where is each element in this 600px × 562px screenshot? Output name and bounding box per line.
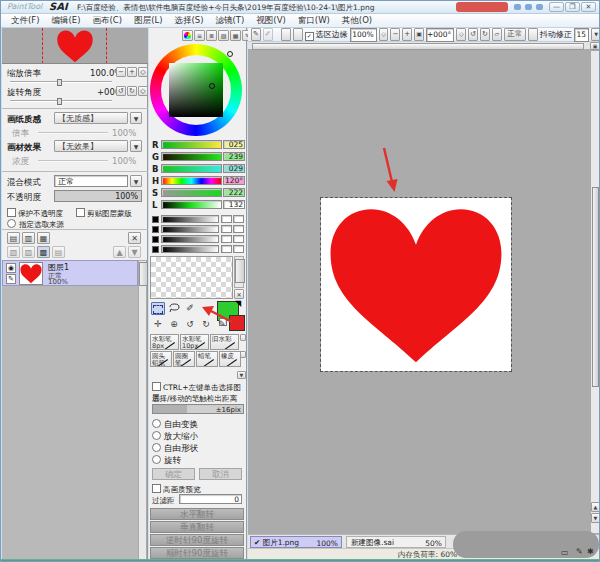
menu-layer[interactable]: 图层(L) xyxy=(128,15,168,27)
canvas-image[interactable] xyxy=(321,198,511,371)
hsv-sliders-tab-button[interactable]: ≣ xyxy=(206,30,217,41)
detect-distance-slider[interactable]: ±16pix xyxy=(152,404,244,414)
brush-panel-mini-button[interactable] xyxy=(240,334,246,341)
stabilizer-value-select[interactable]: 15 xyxy=(574,28,589,42)
b-slider[interactable] xyxy=(161,164,222,173)
h-slider[interactable] xyxy=(161,176,222,185)
canvas-vscrollbar[interactable]: ▼ ▲ xyxy=(590,50,600,534)
menu-select[interactable]: 选择(S) xyxy=(169,15,210,27)
clipping-mask-checkbox[interactable]: 剪贴图层蒙版 xyxy=(76,208,132,219)
filter-distance-input[interactable]: 0 xyxy=(179,494,242,504)
custom-slider-4-box2[interactable] xyxy=(233,245,244,253)
clear-layer-button[interactable]: ▩ xyxy=(37,246,50,258)
zoom-reset-button[interactable]: ◇ xyxy=(379,28,389,41)
close-button[interactable]: ✕ xyxy=(581,2,596,12)
layer-up-button[interactable]: ▲ xyxy=(113,246,126,258)
b-value[interactable]: 029 xyxy=(223,164,245,173)
custom-slider-1-box2[interactable] xyxy=(233,215,244,223)
custom-slider-1-box[interactable] xyxy=(221,215,232,223)
menu-file[interactable]: 文件(F) xyxy=(5,15,46,27)
swatches-tab-button[interactable]: ▦ xyxy=(230,30,241,41)
scrollbar-thumb[interactable] xyxy=(235,259,245,283)
custom-slider-3-box2[interactable] xyxy=(233,235,244,243)
eyedropper-tool[interactable]: ✎ xyxy=(215,318,229,331)
zoom-in-button[interactable]: + xyxy=(127,67,137,77)
material-effect-select[interactable]: 【无效果】 xyxy=(54,140,128,152)
canvas-zoom-input[interactable]: 100% xyxy=(350,28,377,42)
custom-slider-color-chip[interactable] xyxy=(152,216,159,223)
paper-texture-dropdown-button[interactable]: ▼ xyxy=(130,112,142,124)
layer-opacity-slider[interactable]: 100% xyxy=(54,190,142,202)
hue-ring-marker[interactable] xyxy=(227,51,233,57)
custom-slider-color-chip[interactable] xyxy=(152,236,159,243)
brush-old-watercolor[interactable]: 旧水彩 xyxy=(210,334,239,350)
g-value[interactable]: 239 xyxy=(223,152,245,161)
l-value[interactable]: 132 xyxy=(223,200,245,209)
canvas-hscrollbar[interactable] xyxy=(248,42,590,50)
rotate-90-cw-button[interactable]: 顺时针90度旋转 xyxy=(150,547,244,559)
secondary-color-swatch[interactable] xyxy=(229,315,245,331)
transform-mode-free-radio[interactable]: 自由变换 xyxy=(152,419,198,431)
zoom-out-button[interactable]: − xyxy=(390,28,400,41)
menu-others[interactable]: 其他(O) xyxy=(336,15,378,27)
custom-slider-2-box[interactable] xyxy=(221,225,232,233)
menu-edit[interactable]: 编辑(E) xyxy=(46,15,87,27)
scroll-down-button[interactable]: ▼ xyxy=(591,513,600,523)
minimize-button[interactable]: — xyxy=(549,2,564,12)
flip-horizontal-button[interactable]: 水平翻转 xyxy=(150,508,244,520)
layer-visibility-toggle[interactable]: ◉ xyxy=(6,263,16,273)
color-wheel-tab-button[interactable] xyxy=(182,30,193,41)
brush-watercolor-8px[interactable]: 水彩笔 8px xyxy=(150,334,179,350)
brush-round-pencil[interactable]: 圆头 铅笔 xyxy=(150,351,172,367)
new-lineart-layer-button[interactable]: ▥ xyxy=(22,232,35,244)
scratchpad-scrollbar[interactable] xyxy=(234,256,244,288)
layer-list-scrollbar[interactable] xyxy=(138,260,147,562)
paper-texture-select[interactable]: 【无质感】 xyxy=(54,112,128,124)
blend-option-button[interactable] xyxy=(528,28,538,41)
rotate-ccw-button[interactable]: ↺ xyxy=(468,28,478,41)
canvas-viewport[interactable] xyxy=(248,50,590,534)
transform-mode-freeform-radio[interactable]: 自由形状 xyxy=(152,443,198,455)
fit-window-button[interactable]: ▣ xyxy=(414,28,424,41)
pen-cursor-mode-button[interactable]: ✎ xyxy=(251,28,261,41)
delete-layer-button[interactable]: ✕ xyxy=(128,232,141,244)
r-slider[interactable] xyxy=(161,140,222,149)
transform-ok-button[interactable]: 确定 xyxy=(152,468,195,480)
custom-slider-color-chip[interactable] xyxy=(152,226,159,233)
brush-panel-mini-button[interactable] xyxy=(240,351,246,358)
custom-slider-4-box[interactable] xyxy=(221,245,232,253)
zoom-out-button[interactable]: − xyxy=(116,67,126,77)
view-option-button[interactable] xyxy=(293,28,303,41)
menu-view[interactable]: 视图(V) xyxy=(250,15,291,27)
zoom-slider-handle[interactable] xyxy=(57,79,62,86)
eraser-cursor-mode-button[interactable]: ✐ xyxy=(263,28,273,41)
transform-cancel-button[interactable]: 取消 xyxy=(199,468,242,480)
r-value[interactable]: 025 xyxy=(223,140,245,149)
angle-slider-handle[interactable] xyxy=(57,98,62,105)
custom-slider-3[interactable] xyxy=(161,235,219,243)
layer-down-button[interactable]: ▼ xyxy=(128,246,141,258)
rotate-ccw-button[interactable]: ↺ xyxy=(116,86,126,96)
custom-slider-2-box2[interactable] xyxy=(233,225,244,233)
scrollbar-thumb[interactable] xyxy=(139,262,148,286)
navigator-preview[interactable] xyxy=(2,28,148,64)
zoom-reset-button[interactable]: ◇ xyxy=(138,67,148,77)
sv-square-marker[interactable] xyxy=(209,83,215,89)
brush-circle-pen[interactable]: 圆圈笔 xyxy=(173,351,195,367)
new-folder-button[interactable]: ▦ xyxy=(37,232,50,244)
scrollbar-corner-button[interactable]: ▣ xyxy=(590,42,600,50)
brush-crayon[interactable]: 蜡笔 xyxy=(196,351,218,367)
scratchpad-canvas[interactable] xyxy=(150,256,233,299)
custom-slider-4[interactable] xyxy=(161,245,219,253)
s-value[interactable]: 222 xyxy=(223,188,245,197)
rotate-cw-button[interactable]: ↻ xyxy=(480,28,490,41)
scratchpad-clear-button[interactable]: ✕ xyxy=(234,289,244,299)
custom-slider-2[interactable] xyxy=(161,225,219,233)
scroll-up-button[interactable]: ▲ xyxy=(591,502,600,512)
custom-slider-color-chip[interactable] xyxy=(152,246,159,253)
rect-select-tool[interactable] xyxy=(151,302,165,315)
brush-watercolor-10px[interactable]: 水彩笔 10px xyxy=(180,334,209,350)
view-option-button[interactable] xyxy=(281,28,291,41)
rotate-cw-button[interactable]: ↻ xyxy=(127,86,137,96)
scrollbar-thumb[interactable] xyxy=(252,43,584,50)
